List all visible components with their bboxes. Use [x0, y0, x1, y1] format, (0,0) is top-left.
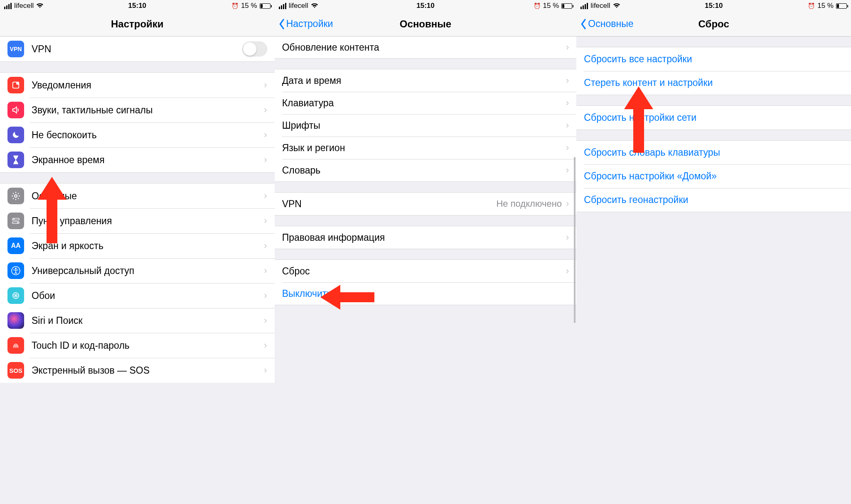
- language-row[interactable]: Язык и регион›: [275, 137, 577, 159]
- page-title: Сброс: [576, 18, 851, 30]
- reset-home-row[interactable]: Сбросить настройки «Домой»: [576, 164, 851, 188]
- legal-row[interactable]: Правовая информация›: [275, 226, 577, 249]
- datetime-row[interactable]: Дата и время›: [275, 69, 577, 92]
- dictionary-row[interactable]: Словарь›: [275, 159, 577, 181]
- chevron-right-icon: ›: [566, 165, 569, 176]
- hourglass-icon: [7, 152, 24, 168]
- general-label: Основные: [32, 191, 264, 202]
- fonts-row[interactable]: Шрифты›: [275, 114, 577, 137]
- wallpaper-label: Обои: [32, 290, 264, 301]
- chevron-right-icon: ›: [264, 340, 267, 351]
- status-time: 15:10: [576, 2, 851, 10]
- datetime-label: Дата и время: [282, 75, 566, 86]
- notifications-icon: [7, 77, 24, 93]
- notifications-row[interactable]: Уведомления ›: [0, 73, 275, 98]
- status-bar: lifecell 15:10 ⏰ 15 %: [576, 0, 851, 12]
- status-bar: lifecell 15:10 ⏰ 15 %: [275, 0, 577, 12]
- dictionary-label: Словарь: [282, 165, 566, 176]
- reset-label: Сброс: [282, 266, 566, 277]
- navbar: Настройки: [0, 12, 275, 37]
- chevron-right-icon: ›: [264, 215, 267, 226]
- svg-point-8: [15, 268, 17, 269]
- page-title: Основные: [275, 18, 577, 30]
- touchid-label: Touch ID и код-пароль: [32, 340, 264, 351]
- reset-keyboard-dict-label: Сбросить словарь клавиатуры: [584, 147, 720, 158]
- siri-label: Siri и Поиск: [32, 315, 264, 326]
- sounds-row[interactable]: Звуки, тактильные сигналы ›: [0, 98, 275, 122]
- svg-point-1: [16, 82, 19, 85]
- reset-keyboard-dict-row[interactable]: Сбросить словарь клавиатуры: [576, 141, 851, 164]
- touchid-row[interactable]: Touch ID и код-пароль ›: [0, 333, 275, 358]
- chevron-right-icon: ›: [264, 365, 267, 376]
- dnd-label: Не беспокоить: [32, 130, 264, 141]
- navbar: Настройки Основные: [275, 12, 577, 37]
- battery-icon: [561, 3, 572, 9]
- chevron-right-icon: ›: [566, 42, 569, 53]
- sounds-label: Звуки, тактильные сигналы: [32, 105, 264, 116]
- controlcenter-label: Пункт управления: [32, 215, 264, 227]
- dnd-row[interactable]: Не беспокоить ›: [0, 122, 275, 147]
- reset-location-label: Сбросить геонастройки: [584, 194, 688, 206]
- moon-icon: [7, 127, 24, 143]
- vpn-row[interactable]: VPN VPN: [0, 37, 275, 62]
- reset-network-label: Сбросить настройки сети: [584, 112, 696, 123]
- chevron-right-icon: ›: [264, 315, 267, 326]
- reset-row[interactable]: Сброс›: [275, 260, 577, 282]
- status-time: 15:10: [0, 2, 275, 10]
- reset-network-row[interactable]: Сбросить настройки сети: [576, 106, 851, 130]
- navbar: Основные Сброс: [576, 12, 851, 37]
- text-size-icon: AA: [7, 237, 24, 254]
- status-bar: lifecell 15:10 ⏰ 15 %: [0, 0, 275, 12]
- accessibility-row[interactable]: Универсальный доступ ›: [0, 258, 275, 283]
- chevron-right-icon: ›: [566, 75, 569, 86]
- siri-icon: [7, 312, 24, 329]
- keyboard-row[interactable]: Клавиатура›: [275, 92, 577, 114]
- reset-all-row[interactable]: Сбросить все настройки: [576, 47, 851, 71]
- chevron-right-icon: ›: [264, 105, 267, 115]
- sos-label: Экстренный вызов — SOS: [32, 365, 264, 376]
- chevron-right-icon: ›: [264, 80, 267, 91]
- vpn-status: Не подключено: [496, 198, 562, 209]
- accessibility-label: Универсальный доступ: [32, 265, 264, 276]
- display-row[interactable]: AA Экран и яркость ›: [0, 233, 275, 258]
- sos-icon: SOS: [7, 362, 24, 379]
- chevron-right-icon: ›: [566, 98, 569, 108]
- chevron-right-icon: ›: [264, 240, 267, 251]
- screen-settings: lifecell 15:10 ⏰ 15 % Настройки VPN VPN: [0, 0, 275, 504]
- siri-row[interactable]: Siri и Поиск ›: [0, 308, 275, 333]
- reset-list: Сбросить все настройки Стереть контент и…: [576, 37, 851, 504]
- chevron-right-icon: ›: [566, 266, 569, 276]
- legal-label: Правовая информация: [282, 232, 566, 243]
- chevron-right-icon: ›: [566, 232, 569, 243]
- scrollbar[interactable]: [574, 157, 576, 323]
- battery-icon: [836, 3, 847, 9]
- shutdown-row[interactable]: Выключить: [275, 282, 577, 305]
- reset-all-label: Сбросить все настройки: [584, 54, 692, 65]
- vpn-label: VPN: [282, 198, 497, 210]
- sos-row[interactable]: SOS Экстренный вызов — SOS ›: [0, 358, 275, 383]
- erase-all-row[interactable]: Стереть контент и настройки: [576, 71, 851, 95]
- screen-general: lifecell 15:10 ⏰ 15 % Настройки Основные…: [275, 0, 577, 504]
- accessibility-icon: [7, 262, 24, 279]
- display-label: Экран и яркость: [32, 240, 264, 252]
- battery-icon: [260, 3, 271, 9]
- svg-point-6: [17, 222, 18, 223]
- shutdown-label: Выключить: [282, 288, 569, 299]
- svg-point-10: [15, 295, 17, 296]
- status-time: 15:10: [275, 2, 577, 10]
- page-title: Настройки: [0, 18, 275, 30]
- vpn-toggle[interactable]: [242, 42, 267, 56]
- chevron-right-icon: ›: [264, 154, 267, 165]
- screentime-row[interactable]: Экранное время ›: [0, 147, 275, 173]
- reset-location-row[interactable]: Сбросить геонастройки: [576, 188, 851, 212]
- switches-icon: [7, 213, 24, 229]
- general-row[interactable]: Основные ›: [0, 183, 275, 208]
- screentime-label: Экранное время: [32, 154, 264, 166]
- controlcenter-row[interactable]: Пункт управления ›: [0, 208, 275, 233]
- wallpaper-row[interactable]: Обои ›: [0, 283, 275, 308]
- chevron-right-icon: ›: [566, 120, 569, 131]
- vpn-row[interactable]: VPN Не подключено ›: [275, 193, 577, 215]
- refresh-row[interactable]: Обновление контента ›: [275, 37, 577, 59]
- refresh-label: Обновление контента: [282, 42, 566, 53]
- sounds-icon: [7, 102, 24, 118]
